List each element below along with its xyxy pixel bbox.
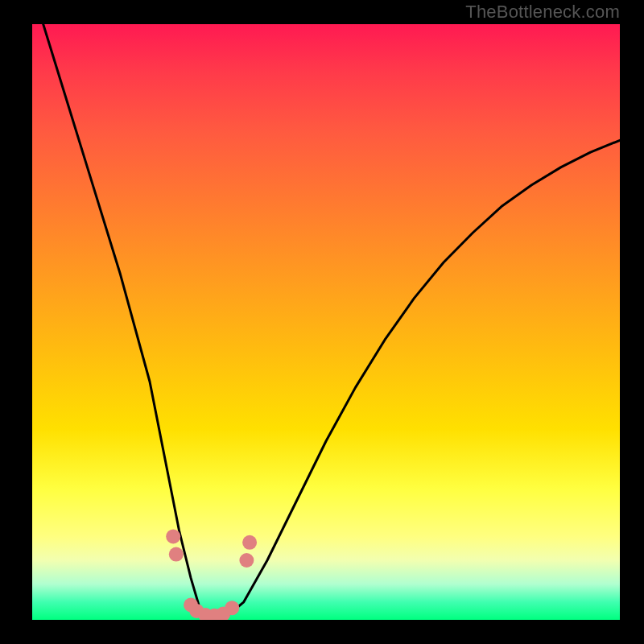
curve-marker [225, 601, 239, 615]
chart-frame: TheBottleneck.com [0, 0, 644, 644]
curve-marker [239, 553, 254, 568]
curve-markers [166, 529, 257, 620]
watermark-text: TheBottleneck.com [465, 2, 620, 23]
curve-marker [169, 547, 184, 562]
curve-marker [166, 529, 180, 543]
bottleneck-curve [32, 24, 620, 617]
plot-area [32, 24, 620, 620]
curve-marker [242, 535, 257, 550]
bottleneck-curve-svg [32, 24, 620, 620]
